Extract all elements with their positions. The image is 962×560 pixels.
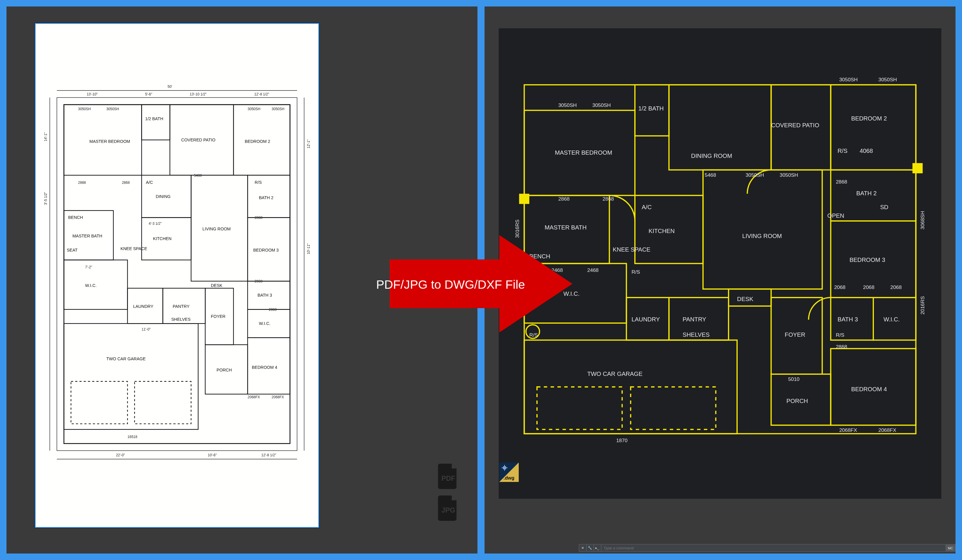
room-label: SD: [880, 204, 888, 210]
room-label: KITCHEN: [649, 228, 675, 234]
room-label: BATH 2: [259, 195, 273, 200]
room-label: KNEE SPACE: [613, 246, 650, 253]
dim-label: 14'-1": [44, 132, 48, 142]
dim-label: 22'-0": [116, 453, 125, 457]
file-badge-text: JPG: [442, 506, 455, 514]
dim-label: 3050SH: [248, 107, 260, 111]
svg-rect-49: [537, 387, 622, 430]
room-label: SHELVES: [683, 331, 710, 338]
room-label: KITCHEN: [153, 236, 171, 241]
dim-label: 2468: [552, 267, 563, 274]
room-label: FOYER: [211, 314, 226, 319]
room-label: R/S: [838, 148, 847, 154]
room-label: TWO CAR GARAGE: [587, 370, 642, 377]
dim-label: 2868: [836, 179, 847, 185]
dim-label: 3'-5 1/2": [44, 192, 48, 205]
room-label: BEDROOM 3: [849, 257, 885, 263]
dim-label: 50': [168, 84, 172, 89]
dim-label: 2068: [834, 284, 846, 290]
dim-label: 1870: [616, 438, 628, 443]
room-label: W.I.C.: [884, 316, 900, 323]
svg-rect-32: [831, 85, 916, 170]
dim-label: 2868: [122, 180, 130, 184]
dim-label: R/S: [529, 264, 538, 270]
wrench-icon[interactable]: 🔧: [586, 545, 594, 551]
svg-rect-52: [519, 194, 529, 204]
dim-label: 2868: [255, 216, 263, 220]
dim-label: 12'-8 1/2": [261, 453, 276, 457]
dim-label: 3050SH: [780, 172, 798, 178]
dim-label: 5468: [705, 172, 716, 178]
dim-label: R/S: [836, 332, 844, 338]
source-document: MASTER BEDROOM 1/2 BATH COVERED PATIO BE…: [35, 23, 319, 528]
room-label: DINING ROOM: [691, 153, 732, 159]
room-label: LAUNDRY: [632, 316, 660, 323]
dim-label: 2868: [836, 344, 847, 350]
room-label: MASTER BATH: [545, 224, 586, 231]
dim-label: 3050SH: [878, 77, 897, 83]
room-label: PANTRY: [683, 316, 707, 323]
svg-rect-7: [142, 105, 170, 140]
right-panel: MASTER BEDROOM 1/2 BATH COVERED PATIO BE…: [484, 6, 956, 554]
dim-label: 13'-10 1/2": [190, 92, 207, 97]
dim-label: 2016RS: [920, 296, 925, 315]
cad-viewport[interactable]: MASTER BEDROOM 1/2 BATH COVERED PATIO BE…: [499, 28, 941, 499]
room-label: DESK: [737, 296, 754, 302]
dim-label: 4'-3 1/2": [148, 221, 161, 225]
file-badge-text: .dwg: [504, 475, 514, 480]
dim-label: R/S: [529, 332, 538, 338]
dim-label: 5468: [194, 173, 202, 177]
room-label: BEDROOM 2: [851, 115, 887, 122]
room-label: BENCH: [529, 253, 550, 259]
dwg-file-icon: .dwg: [499, 462, 519, 483]
room-label: 1/2 BATH: [145, 116, 163, 121]
svg-rect-26: [134, 381, 191, 423]
command-input[interactable]: [601, 546, 955, 550]
room-label: BATH 3: [258, 293, 272, 298]
dim-label: 5010: [788, 376, 800, 382]
dim-label: 3050SH: [271, 107, 284, 111]
room-label: MASTER BEDROOM: [555, 150, 612, 156]
corner-badge: MC: [946, 545, 956, 552]
room-label: W.I.C.: [259, 321, 270, 326]
room-label: BEDROOM 4: [252, 365, 277, 369]
left-panel: MASTER BEDROOM 1/2 BATH COVERED PATIO BE…: [6, 6, 478, 554]
file-badge-text: PDF: [442, 475, 455, 482]
room-label: LAUNDRY: [133, 304, 153, 309]
command-bar[interactable]: ✕ 🔧 ▸_: [579, 544, 956, 552]
room-label: BATH 3: [838, 316, 858, 323]
chevron-right-icon[interactable]: ▸_: [594, 545, 601, 551]
dim-label: 2868: [78, 180, 86, 184]
dim-label: 2068FX: [248, 395, 260, 399]
dim-label: 12'-1": [307, 139, 311, 148]
room-label: A/C: [146, 180, 153, 184]
dim-label: 11'-0": [142, 327, 150, 331]
dim-label: 3050SH: [107, 107, 119, 111]
source-file-icons: PDF JPG: [438, 463, 458, 521]
room-label: BEDROOM 2: [245, 139, 270, 143]
dim-label: 10'-11": [307, 243, 311, 254]
room-label: A/C: [642, 204, 652, 210]
room-label: SHELVES: [171, 317, 190, 321]
room-label: DINING: [156, 194, 170, 198]
room-label: W.I.C.: [563, 291, 579, 297]
room-label: COVERED PATIO: [181, 137, 215, 142]
svg-rect-25: [71, 381, 128, 423]
room-label: LIVING ROOM: [202, 227, 231, 231]
dim-label: 2068FX: [271, 395, 284, 399]
dim-label: 2068: [890, 284, 902, 290]
dim-label: 13'-10": [87, 92, 98, 97]
room-label: PORCH: [216, 368, 232, 372]
room-label: LIVING ROOM: [742, 233, 782, 239]
dim-label: 2468: [587, 267, 599, 274]
dim-label: 3050SH: [558, 102, 577, 108]
dim-label: 3050SH: [746, 172, 764, 178]
close-icon[interactable]: ✕: [579, 545, 586, 551]
room-label: 4068: [860, 148, 873, 154]
dim-label: 3050SH: [592, 102, 611, 108]
dim-label: 16518: [128, 434, 137, 439]
room-label: BEDROOM 4: [851, 386, 887, 393]
svg-rect-24: [64, 323, 198, 430]
room-label: TWO CAR GARAGE: [107, 356, 145, 361]
room-label: W.I.C.: [85, 283, 97, 288]
